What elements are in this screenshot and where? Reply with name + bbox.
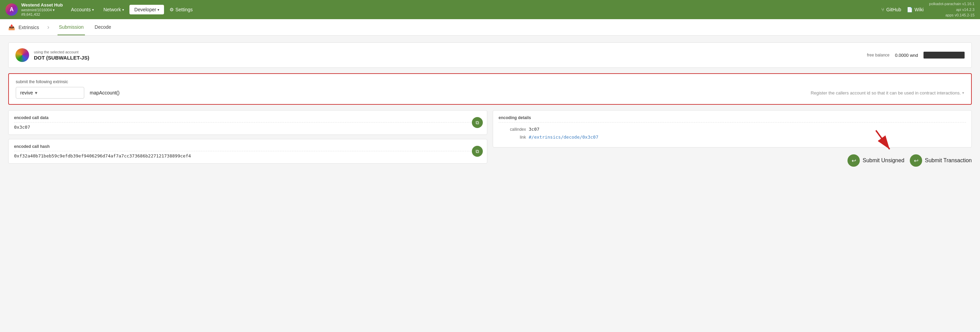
svg-line-1 [876,130,889,149]
balance-label: free balance [867,53,889,57]
account-right: free balance 0.0000 wnd [867,52,964,59]
register-note-row: Register the callers account id so that … [810,91,964,95]
github-link[interactable]: ⑂ GitHub [881,7,901,12]
github-icon: ⑂ [881,7,884,12]
brand-block: #9,641,432 [21,12,63,17]
encoded-call-title: encoded call data [14,115,481,122]
settings-gear-icon: ⚙ [170,7,174,12]
balance-bar [923,52,964,59]
developer-chevron-icon: ▾ [158,8,159,12]
submit-transaction-icon: ↩ [910,154,922,167]
encoded-call-value: 0x3c07 [14,125,481,130]
account-card: using the selected account DOT (SUBWALLE… [8,43,972,68]
register-note: Register the callers account id so that … [810,91,961,95]
link-label: link [499,135,526,140]
extrinsic-section: submit the following extrinsic revive ▾ … [8,73,972,105]
wiki-icon: 📄 [907,7,913,12]
account-avatar [16,48,29,62]
account-using-label: using the selected account [34,50,89,54]
encoding-details-title: encoding details [499,115,966,122]
encoded-left: encoded call data 0x3c07 ⧉ encoded call … [8,110,487,173]
account-name: DOT (SUBWALLET-JS) [34,55,89,60]
account-info: using the selected account DOT (SUBWALLE… [34,50,89,60]
copy-hash-button[interactable]: ⧉ [472,146,483,157]
pallet-select[interactable]: revive ▾ [16,87,84,98]
nav-right: ⑂ GitHub 📄 Wiki polkadot-parachain v1.16… [881,1,975,18]
extrinsic-row: revive ▾ mapAccount() [16,87,119,98]
version-info: polkadot-parachain v1.16.1 api v14.2.3 a… [929,1,975,18]
encoding-details-card: encoding details callindex 3c07 link #/e… [493,110,972,148]
nav-separator: › [47,24,49,31]
extrinsic-label: submit the following extrinsic [16,79,964,84]
submit-unsigned-button[interactable]: ↩ Submit Unsigned [848,154,904,167]
extrinsics-icon: 📤 [8,24,15,30]
brand-dropdown-icon[interactable]: ▾ [53,8,55,12]
main-content: using the selected account DOT (SUBWALLE… [0,36,980,332]
sign-icon: ↩ [851,157,856,164]
encoded-hash-card: encoded call hash 0xf32a40b71beb59c9efdb… [8,139,487,164]
red-arrow [869,127,896,156]
submit-transaction-button[interactable]: ↩ Submit Transaction [910,154,972,167]
encoded-hash-value: 0xf32a40b71beb59c9efdb39ef9406296d74af7a… [14,153,481,159]
encoded-hash-title: encoded call hash [14,144,481,151]
accounts-menu[interactable]: Accounts ▾ [67,5,98,14]
copy-call-data-button[interactable]: ⧉ [472,117,483,128]
submit-unsigned-icon: ↩ [848,154,860,167]
copy-icon-2: ⧉ [476,149,479,154]
encoding-right: encoding details callindex 3c07 link #/e… [493,110,972,173]
sub-navigation: 📤 Extrinsics › Submission Decode [0,19,980,36]
account-left: using the selected account DOT (SUBWALLE… [16,48,89,62]
bottom-row: ↩ Submit Unsigned ↩ Submit Transaction [493,148,972,173]
network-chevron-icon: ▾ [122,8,124,12]
developer-menu[interactable]: Developer ▾ [129,5,164,14]
brand-account: westmint/1016004 ▾ [21,8,63,12]
brand-avatar: A [5,3,18,16]
encoded-grid: encoded call data 0x3c07 ⧉ encoded call … [8,110,972,173]
balance-value: 0.0000 wnd [895,53,918,58]
brand: A Westend Asset Hub westmint/1016004 ▾ #… [5,2,63,17]
callindex-label: callindex [499,127,526,132]
brand-info: Westend Asset Hub westmint/1016004 ▾ #9,… [21,2,63,17]
tab-decode[interactable]: Decode [93,19,112,35]
brand-name: Westend Asset Hub [21,2,63,8]
settings-menu[interactable]: ⚙ Settings [165,5,197,14]
network-menu[interactable]: Network ▾ [99,5,128,14]
decode-link[interactable]: #/extrinsics/decode/0x3c07 [529,135,598,140]
top-navigation: A Westend Asset Hub westmint/1016004 ▾ #… [0,0,980,19]
encoded-call-card: encoded call data 0x3c07 ⧉ [8,110,487,135]
callindex-value: 3c07 [529,127,539,132]
wiki-link[interactable]: 📄 Wiki [907,7,923,12]
register-chevron-icon: ▾ [962,91,964,95]
section-label: 📤 Extrinsics [8,24,39,30]
submit-icon: ↩ [914,157,918,164]
accounts-chevron-icon: ▾ [92,8,94,12]
method-display: mapAccount() [90,90,119,95]
pallet-chevron-icon: ▾ [35,90,37,95]
tab-submission[interactable]: Submission [57,19,85,35]
copy-icon: ⧉ [476,120,479,125]
